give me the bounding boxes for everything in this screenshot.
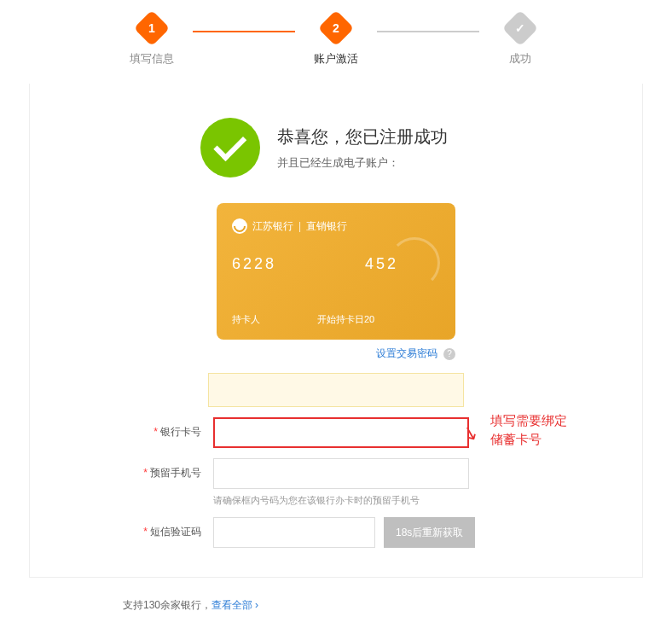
bank-brand: 江苏银行 | 直销银行: [232, 218, 440, 234]
phone-row: *预留手机号 请确保框内号码为您在该银行办卡时的预留手机号: [30, 458, 642, 507]
set-trade-password-link[interactable]: 设置交易密码: [376, 347, 437, 359]
step-line-2-3: [377, 31, 479, 32]
resend-sms-button[interactable]: 18s后重新获取: [384, 517, 475, 548]
view-all-banks-link[interactable]: 查看全部: [211, 599, 252, 611]
card-start-date-label: 开始持卡日: [317, 314, 364, 324]
card-holder-label: 持卡人: [232, 314, 260, 324]
card-start-date-value: 20: [364, 314, 374, 324]
supported-banks-row: 支持130余家银行，查看全部›: [29, 598, 643, 613]
sms-label: 短信验证码: [150, 526, 201, 538]
bank-card-display: 江苏银行 | 直销银行 6228 452 持卡人 开始持卡日20: [217, 203, 455, 340]
phone-hint: 请确保框内号码为您在该银行办卡时的预留手机号: [213, 494, 486, 507]
bank-sub: 直销银行: [306, 219, 347, 234]
card-decoration-icon: [389, 237, 440, 288]
phone-input[interactable]: [213, 458, 469, 489]
step-3: ✓ 成功: [486, 15, 554, 67]
success-check-icon: [200, 118, 260, 177]
success-title: 恭喜您，您已注册成功: [277, 125, 448, 148]
step-3-badge: ✓: [502, 10, 538, 46]
annotation-text: 填写需要绑定 储蓄卡号: [490, 411, 567, 449]
chevron-right-icon: ›: [255, 599, 258, 611]
step-line-1-2: [193, 31, 295, 32]
success-subtitle: 并且已经生成电子账户：: [277, 155, 448, 171]
success-header: 恭喜您，您已注册成功 并且已经生成电子账户：: [200, 118, 642, 177]
notice-box: [208, 373, 464, 407]
phone-label: 预留手机号: [150, 467, 201, 479]
step-1-badge: 1: [134, 10, 170, 46]
sms-code-input[interactable]: [213, 517, 375, 548]
support-text: 支持130余家银行，: [123, 599, 211, 611]
help-icon[interactable]: ?: [443, 348, 455, 360]
progress-stepper: 1 填写信息 2 账户激活 ✓ 成功: [0, 0, 672, 75]
step-2: 2 账户激活: [302, 15, 370, 67]
bank-logo-icon: [232, 218, 247, 234]
step-1: 1 填写信息: [118, 15, 186, 67]
main-panel: 恭喜您，您已注册成功 并且已经生成电子账户： 江苏银行 | 直销银行 6228 …: [29, 84, 643, 578]
step-2-badge: 2: [318, 10, 354, 46]
step-2-label: 账户激活: [314, 51, 358, 67]
bank-card-input[interactable]: [213, 417, 469, 448]
step-3-label: 成功: [509, 51, 531, 67]
step-1-label: 填写信息: [130, 51, 174, 67]
sms-row: *短信验证码 18s后重新获取: [30, 517, 642, 548]
bank-card-label: 银行卡号: [160, 426, 201, 438]
bank-name: 江苏银行: [252, 219, 293, 234]
